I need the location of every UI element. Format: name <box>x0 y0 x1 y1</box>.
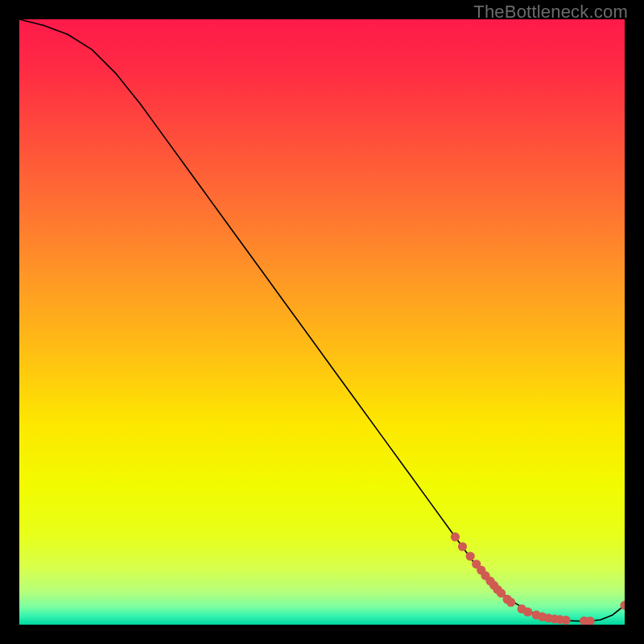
chart-plot-area <box>19 19 625 625</box>
chart-svg <box>19 19 625 625</box>
highlight-point <box>451 532 460 541</box>
highlight-point <box>466 551 475 560</box>
chart-stage: TheBottleneck.com <box>0 0 644 644</box>
highlight-point <box>506 598 515 607</box>
highlight-point <box>523 608 532 617</box>
highlight-point <box>458 542 467 551</box>
chart-gradient-bg <box>19 19 625 625</box>
highlight-point <box>561 616 570 625</box>
